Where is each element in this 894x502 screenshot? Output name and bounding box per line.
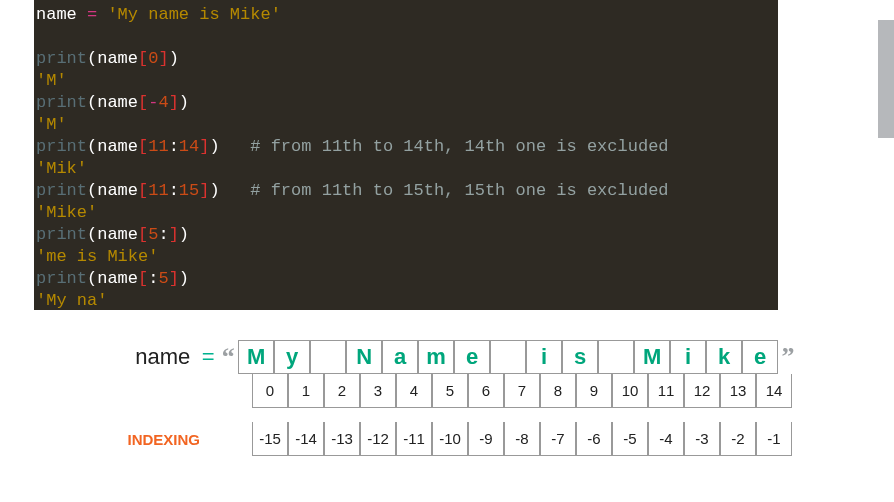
negative-index-cell: -6 [576,422,612,456]
indexing-label: INDEXING [98,431,208,448]
positive-index-cell: 14 [756,374,792,408]
positive-index-cell: 6 [468,374,504,408]
scrollbar-thumb[interactable] [878,20,894,138]
indexing-diagram: name = “ My Name is Mike ” 0123456789101… [98,340,798,456]
close-quote: ” [778,342,798,372]
code-line-4: 'M' [36,70,776,92]
char-cell: M [634,340,670,374]
char-cell: i [526,340,562,374]
char-cell [490,340,526,374]
positive-index-cells: 01234567891011121314 [252,374,792,408]
negative-index-cell: -4 [648,422,684,456]
char-cell: M [238,340,274,374]
char-cell [310,340,346,374]
positive-index-cell: 0 [252,374,288,408]
negative-index-cells: -15-14-13-12-11-10-9-8-7-6-5-4-3-2-1 [252,422,792,456]
char-cell: k [706,340,742,374]
code-line-2 [36,26,776,48]
positive-index-row: 01234567891011121314 [98,374,798,408]
positive-index-cell: 12 [684,374,720,408]
negative-index-cell: -3 [684,422,720,456]
positive-index-cell: 7 [504,374,540,408]
negative-index-row: INDEXING -15-14-13-12-11-10-9-8-7-6-5-4-… [98,422,798,456]
negative-index-cell: -2 [720,422,756,456]
negative-index-cell: -11 [396,422,432,456]
char-cell: m [418,340,454,374]
positive-index-cell: 13 [720,374,756,408]
negative-index-cell: -8 [504,422,540,456]
code-line-1: name = 'My name is Mike' [36,4,776,26]
char-cell: e [742,340,778,374]
char-cell [598,340,634,374]
code-line-12: 'me is Mike' [36,246,776,268]
negative-index-cell: -10 [432,422,468,456]
char-cells: My Name is Mike [238,340,778,374]
code-line-9: print(name[11:15]) # from 11th to 15th, … [36,180,776,202]
code-line-3: print(name[0]) [36,48,776,70]
char-cell: s [562,340,598,374]
negative-index-cell: -12 [360,422,396,456]
negative-index-cell: -14 [288,422,324,456]
positive-index-cell: 5 [432,374,468,408]
positive-index-cell: 1 [288,374,324,408]
negative-index-cell: -9 [468,422,504,456]
negative-index-cell: -15 [252,422,288,456]
negative-index-cell: -5 [612,422,648,456]
code-line-7: print(name[11:14]) # from 11th to 14th, … [36,136,776,158]
char-cell: a [382,340,418,374]
positive-index-cell: 10 [612,374,648,408]
code-line-13: print(name[:5]) [36,268,776,290]
negative-index-cell: -1 [756,422,792,456]
code-line-11: print(name[5:]) [36,224,776,246]
char-cell: e [454,340,490,374]
equals-sign: = [198,344,218,370]
positive-index-cell: 8 [540,374,576,408]
negative-index-cell: -13 [324,422,360,456]
negative-index-cell: -7 [540,422,576,456]
positive-index-cell: 2 [324,374,360,408]
code-line-8: 'Mik' [36,158,776,180]
code-line-14: 'My na' [36,290,776,312]
open-quote: “ [218,342,238,372]
name-label: name [98,344,198,370]
code-block: name = 'My name is Mike' print(name[0]) … [34,0,778,310]
positive-index-cell: 4 [396,374,432,408]
positive-index-cell: 9 [576,374,612,408]
code-line-10: 'Mike' [36,202,776,224]
code-line-6: 'M' [36,114,776,136]
char-cell: y [274,340,310,374]
positive-index-cell: 3 [360,374,396,408]
char-cell: N [346,340,382,374]
char-cell: i [670,340,706,374]
code-line-5: print(name[-4]) [36,92,776,114]
char-row: name = “ My Name is Mike ” [98,340,798,374]
positive-index-cell: 11 [648,374,684,408]
